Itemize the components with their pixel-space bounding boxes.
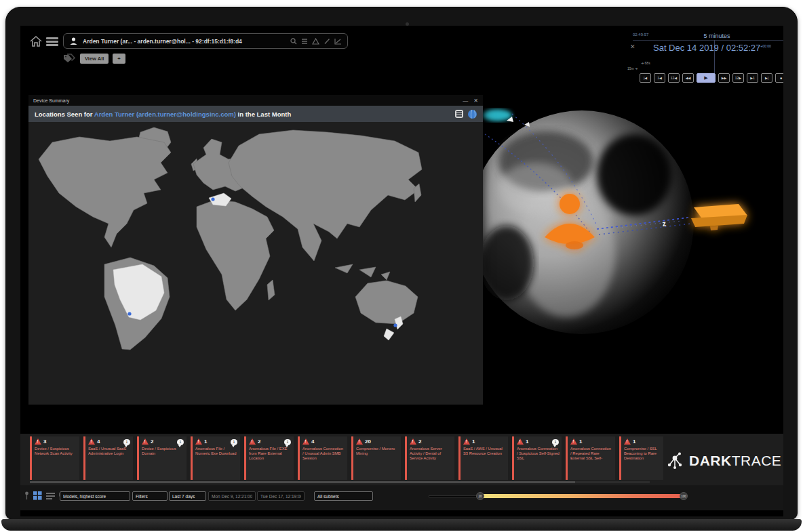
alert-label: Anomalous File / Numeric Exe Download [195,447,238,456]
cards-scrollbar[interactable] [30,481,650,483]
playback-back-1-button[interactable]: 1◀ [654,73,665,83]
playback-fwd-1-button[interactable]: ▶1 [747,73,758,83]
alert-card[interactable]: 2 1 Anomalous File / EXE from Rare Exter… [244,436,294,480]
playback-skip-end-button[interactable]: ▶| [761,73,772,83]
alert-card[interactable]: 1 1 Anomalous Connection / Suspicious Se… [512,436,562,480]
warning-triangle-icon [463,438,470,445]
threat-globe[interactable]: z [465,94,783,371]
score-min-handle[interactable]: 20 [476,492,484,500]
comment-count: 1 [233,440,235,444]
alert-count: 20 [365,438,371,445]
header-subject-link[interactable]: Arden Turner (arden.turner@holdingsinc.c… [94,110,236,118]
end-date-input[interactable] [257,491,305,501]
alert-card[interactable]: 2 Anomalous Server Activity / Denial of … [405,436,454,480]
add-tag-button[interactable]: + [113,54,125,64]
score-gradient-bar [480,494,684,498]
range-duration[interactable]: 5 minutes [703,33,730,39]
playback-back-12-button[interactable]: 12◀ [668,73,680,83]
comment-count: 1 [126,440,128,444]
alert-label: Anomalous Connection / Repeated Rare Ext… [570,447,613,461]
current-datetime: Sat Dec 14 2019 / 02:52:27+00:00 [653,43,771,53]
speed-fast-label[interactable]: ➔ 68s [641,61,650,65]
alert-card[interactable]: 1 Compromise / SSL Beaconing to Rare Des… [619,436,663,480]
tags-icon [62,54,76,64]
grid-view-icon[interactable] [33,491,42,500]
user-icon [69,37,78,45]
playback-rewind-button[interactable]: ◀◀ [682,73,694,83]
window-title: Device Summary [33,98,69,103]
timeline-rule [633,40,783,41]
playback-stop-button[interactable]: ■ [775,73,783,83]
map-view-icon[interactable] [468,110,477,119]
alert-count: 4 [311,438,314,445]
alert-label: Compromise / Monero Mining [356,447,399,456]
tag-row: View All + [62,54,125,64]
range-start-time: 02:49:57 [633,33,648,39]
warning-triangle-icon [88,438,95,445]
alert-card[interactable]: 4 1 SaaS / Unusual SaaS Administrative L… [83,436,133,480]
alert-card[interactable]: 4 Anomalous Connection / Unusual Admin S… [298,436,347,480]
warning-triangle-icon [195,438,202,445]
alert-count: 2 [151,438,153,445]
pin-icon[interactable] [24,491,29,500]
subnets-input[interactable] [314,491,373,501]
window-titlebar[interactable]: Device Summary — ✕ [28,95,483,106]
list-view-icon[interactable] [455,110,463,118]
comment-bubble: 1 [284,439,291,445]
playback-forward-button[interactable]: ▶▶ [718,73,730,83]
speed-slow-label[interactable]: 15m ➔ [627,66,638,70]
alert-label: Anomalous Server Activity / Denial of Se… [410,447,452,461]
alert-triangle-icon[interactable] [312,38,319,45]
comment-count: 1 [287,440,289,444]
filters-input[interactable] [132,491,168,501]
search-value: Arden Turner (ar... - arden.turner@hol..… [83,38,290,45]
comment-count: 1 [180,440,182,444]
utc-offset: +00:00 [760,44,770,48]
warning-triangle-icon [35,438,41,445]
alert-label: Device / Suspicious Domain [142,447,184,456]
graph-icon[interactable] [334,38,342,45]
alert-card[interactable]: 20 Compromise / Monero Mining [351,436,401,480]
search-icon[interactable] [290,38,297,45]
alert-count: 1 [472,438,475,445]
alert-card[interactable]: 3 Device / Suspicious Network Scan Activ… [30,436,79,480]
score-slider-track[interactable] [429,495,480,497]
warning-triangle-icon [142,438,149,445]
models-input[interactable] [60,491,130,501]
alert-card[interactable]: 1 SaaS / AWS / Unusual S3 Resource Creat… [458,436,508,480]
comment-bubble: 1 [552,439,559,445]
home-icon[interactable] [30,36,42,47]
warning-triangle-icon [517,438,524,445]
playback-play-button[interactable]: ▶ [697,73,716,83]
playback-skip-start-button[interactable]: |◀ [640,73,651,83]
view-all-button[interactable]: View All [80,54,109,64]
menu-icon[interactable] [46,37,58,46]
alert-count: 1 [633,438,635,445]
time-panel-close-icon[interactable]: ✕ [630,43,635,50]
alert-label: SaaS / Unusual SaaS Administrative Login [88,447,131,456]
alert-card[interactable]: 2 1 Device / Suspicious Domain [137,436,187,480]
darktrace-logo: DARKTRACE [666,451,781,470]
cyan-event-glow [482,109,512,121]
alert-count: 1 [204,438,207,445]
alert-card[interactable]: 1 1 Anomalous File / Numeric Exe Downloa… [191,436,240,480]
edit-icon[interactable] [324,38,330,45]
alert-count: 1 [526,438,528,445]
time-range-input[interactable] [169,491,206,501]
start-date-input[interactable] [208,491,256,501]
device-summary-window: Device Summary — ✕ Locations Seen for Ar… [28,95,483,405]
list-icon[interactable] [301,38,308,45]
score-max-handle[interactable]: 100 [680,492,688,500]
threat-device-icon[interactable] [691,204,747,230]
omnisearch[interactable]: Arden Turner (ar... - arden.turner@hol..… [63,33,348,49]
playback-fwd-12-button[interactable]: 12▶ [732,73,744,83]
header-suffix: in the Last Month [236,110,291,118]
time-panel: 02:49:57 5 minutes 02:54:57 ✕ Sat Dec 14… [626,31,783,94]
alert-card[interactable]: 1 Anomalous Connection / Repeated Rare E… [566,436,615,480]
laptop-base [1,519,802,531]
world-map[interactable] [28,122,483,405]
minimize-icon[interactable]: — [463,98,468,104]
list-view-toggle-icon[interactable] [46,492,55,500]
close-icon[interactable]: ✕ [473,98,478,104]
alert-label: Anomalous File / EXE from Rare External … [249,447,292,461]
